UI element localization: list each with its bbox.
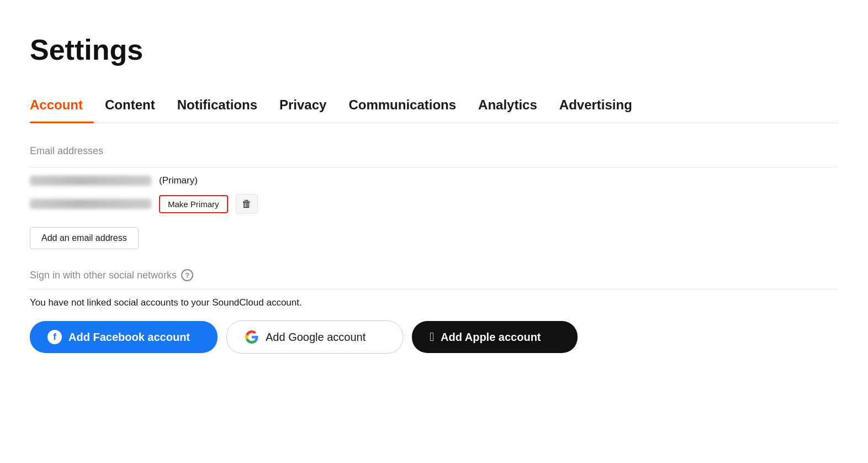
trash-icon: 🗑 bbox=[242, 198, 252, 210]
secondary-email-row: Make Primary 🗑 bbox=[30, 194, 838, 214]
primary-email-blur bbox=[30, 176, 151, 186]
tab-account[interactable]: Account bbox=[30, 88, 94, 123]
add-email-button[interactable]: Add an email address bbox=[30, 227, 139, 249]
delete-email-button[interactable]: 🗑 bbox=[236, 194, 258, 214]
divider-email-top bbox=[30, 167, 838, 167]
tabs-nav: Account Content Notifications Privacy Co… bbox=[30, 88, 838, 123]
apple-button-label: Add Apple account bbox=[441, 331, 541, 344]
tab-content[interactable]: Content bbox=[94, 88, 166, 123]
apple-icon:  bbox=[430, 330, 434, 344]
add-facebook-button[interactable]: f Add Facebook account bbox=[30, 321, 218, 353]
make-primary-button[interactable]: Make Primary bbox=[159, 195, 228, 213]
social-buttons-row: f Add Facebook account Add Google accoun… bbox=[30, 320, 838, 354]
tab-communications[interactable]: Communications bbox=[337, 88, 467, 123]
tab-analytics[interactable]: Analytics bbox=[467, 88, 548, 123]
google-icon bbox=[245, 330, 259, 344]
help-icon[interactable]: ? bbox=[181, 269, 193, 281]
email-section-label: Email addresses bbox=[30, 145, 838, 157]
tab-privacy[interactable]: Privacy bbox=[268, 88, 337, 123]
divider-social bbox=[30, 289, 838, 290]
social-description: You have not linked social accounts to y… bbox=[30, 297, 838, 308]
primary-email-row: (Primary) bbox=[30, 175, 838, 186]
page-container: Settings Account Content Notifications P… bbox=[0, 0, 868, 387]
facebook-icon: f bbox=[47, 330, 62, 344]
facebook-button-label: Add Facebook account bbox=[68, 331, 190, 344]
page-title: Settings bbox=[30, 33, 838, 66]
secondary-email-blur bbox=[30, 199, 151, 209]
add-google-button[interactable]: Add Google account bbox=[226, 320, 403, 354]
tab-notifications[interactable]: Notifications bbox=[166, 88, 268, 123]
add-apple-button[interactable]:  Add Apple account bbox=[412, 321, 578, 353]
tab-advertising[interactable]: Advertising bbox=[548, 88, 643, 123]
social-section-label: Sign in with other social networks ? bbox=[30, 269, 838, 281]
google-button-label: Add Google account bbox=[266, 331, 366, 344]
primary-email-label: (Primary) bbox=[159, 175, 198, 186]
